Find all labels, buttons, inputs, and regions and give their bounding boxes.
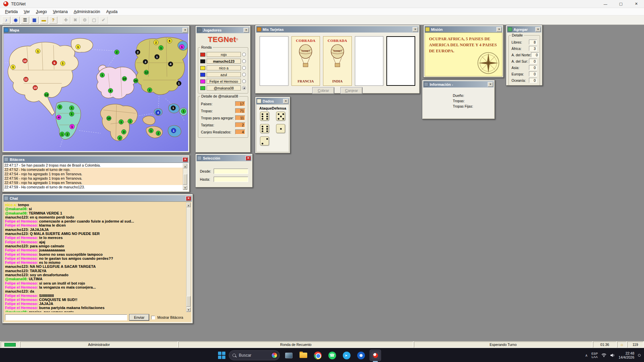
- maximize-button[interactable]: ▢: [613, 0, 629, 8]
- scroll-thumb[interactable]: [183, 174, 187, 185]
- wifi-icon[interactable]: [601, 353, 606, 357]
- add-window-titlebar[interactable]: Agregar ✕: [507, 26, 541, 33]
- player-select-radio[interactable]: [242, 66, 246, 70]
- menu-partida[interactable]: Partida: [2, 9, 21, 15]
- army-marker[interactable]: 2: [147, 87, 152, 92]
- army-marker[interactable]: 2: [114, 50, 119, 54]
- chat-scrollbar[interactable]: ▲ ▼: [186, 202, 191, 312]
- army-marker[interactable]: 4: [56, 115, 61, 120]
- notification-icon[interactable]: [638, 354, 641, 357]
- army-marker[interactable]: 2: [154, 40, 158, 45]
- whatsapp-taskbar-icon[interactable]: ☎: [326, 350, 338, 361]
- save-game-toolbar-button[interactable]: ▦: [30, 16, 39, 24]
- scroll-down-arrow[interactable]: ▼: [183, 185, 187, 190]
- army-marker[interactable]: 2: [65, 132, 70, 136]
- army-marker[interactable]: 1: [36, 49, 40, 53]
- cards-window-titlebar[interactable]: Mis Tarjetas ✕: [256, 26, 419, 33]
- chat-input[interactable]: [5, 314, 127, 320]
- army-marker[interactable]: 3: [57, 105, 62, 109]
- card-slot-5[interactable]: [386, 36, 415, 86]
- army-marker[interactable]: 1: [181, 109, 186, 114]
- army-marker[interactable]: 1: [69, 112, 74, 116]
- army-marker[interactable]: 10: [106, 116, 111, 121]
- selection-window-close-button[interactable]: ✕: [246, 156, 251, 161]
- scroll-track[interactable]: [183, 168, 187, 185]
- log-window-close-button[interactable]: ✕: [182, 157, 188, 162]
- player-select-radio[interactable]: [242, 79, 246, 83]
- tray-chevron-icon[interactable]: ∧: [585, 353, 588, 358]
- info-window-close-button[interactable]: ✕: [488, 82, 493, 87]
- cards-window-close-button[interactable]: ✕: [413, 27, 418, 32]
- player-select-radio[interactable]: [242, 53, 246, 56]
- to-input[interactable]: [214, 177, 248, 182]
- players-window-titlebar[interactable]: Jugadores ✕: [197, 27, 250, 33]
- tegnet-taskbar-icon[interactable]: [370, 350, 381, 361]
- army-marker[interactable]: 2: [156, 131, 161, 135]
- player-select-radio[interactable]: [242, 73, 246, 76]
- player-name[interactable]: nico a: [207, 65, 241, 70]
- player-name[interactable]: Felipe el Hermoso: [207, 79, 241, 84]
- info-window-titlebar[interactable]: Información - ✕: [423, 81, 494, 87]
- army-marker[interactable]: 10: [22, 58, 27, 63]
- minimize-button[interactable]: —: [598, 0, 613, 8]
- army-marker[interactable]: 12: [144, 70, 149, 75]
- scroll-track[interactable]: [186, 207, 191, 307]
- army-marker[interactable]: 1: [70, 124, 74, 129]
- army-marker[interactable]: 6: [167, 39, 172, 43]
- start-button[interactable]: [218, 352, 225, 359]
- player-select-radio[interactable]: [242, 59, 246, 63]
- chrome-taskbar-icon[interactable]: [312, 350, 323, 361]
- world-map-toolbar-button[interactable]: ◉: [11, 16, 20, 24]
- media-taskbar-icon[interactable]: [355, 350, 367, 361]
- army-marker[interactable]: 1: [155, 54, 159, 59]
- army-marker[interactable]: 1: [176, 81, 181, 86]
- log-scrollbar[interactable]: ▲ ▼: [183, 164, 187, 190]
- army-marker[interactable]: 5: [52, 60, 57, 65]
- army-marker[interactable]: 1: [149, 128, 153, 133]
- chat-window-close-button[interactable]: ✕: [186, 196, 191, 201]
- cobrar-button[interactable]: Cobrar: [313, 87, 334, 94]
- army-marker[interactable]: 1: [119, 120, 123, 124]
- clock[interactable]: 22:48 14/4/2026: [619, 351, 634, 360]
- canjear-button[interactable]: Canjear: [341, 87, 362, 94]
- scroll-thumb[interactable]: [186, 296, 191, 307]
- scroll-down-arrow[interactable]: ▼: [186, 307, 191, 312]
- menu-ventana[interactable]: Ventana: [50, 9, 71, 15]
- army-marker[interactable]: 4: [156, 110, 160, 115]
- army-marker[interactable]: 2: [117, 135, 122, 140]
- army-marker[interactable]: 3: [121, 129, 126, 134]
- army-marker[interactable]: 1: [159, 45, 163, 50]
- file-explorer-taskbar-icon[interactable]: [298, 350, 309, 361]
- card-slot-4[interactable]: [355, 36, 384, 86]
- language-indicator[interactable]: ESP LAA: [591, 352, 598, 359]
- map-window-close-button[interactable]: ✕: [182, 28, 188, 33]
- army-marker[interactable]: 13: [44, 92, 49, 97]
- menu-juego[interactable]: Juego: [33, 9, 50, 15]
- players-window-close-button[interactable]: ✕: [244, 28, 249, 33]
- telegram-taskbar-icon[interactable]: ➤: [341, 350, 352, 361]
- army-marker[interactable]: 1: [179, 45, 184, 49]
- player-name[interactable]: @makana08: [207, 85, 241, 90]
- from-input[interactable]: [214, 169, 248, 174]
- send-button[interactable]: Enviar: [129, 314, 149, 320]
- army-marker[interactable]: 1: [171, 106, 175, 110]
- mission-window-close-button[interactable]: ✕: [496, 27, 502, 32]
- army-marker[interactable]: 20: [133, 78, 138, 83]
- mission-window-titlebar[interactable]: Misión ✕: [425, 26, 502, 33]
- cards-toolbar-button[interactable]: ▬: [40, 16, 48, 24]
- log-window-titlebar[interactable]: Bitácora ✕: [3, 156, 189, 163]
- player-select-radio[interactable]: [242, 86, 246, 90]
- show-log-checkbox[interactable]: [151, 316, 155, 319]
- army-marker[interactable]: 3: [143, 59, 148, 64]
- army-marker[interactable]: 1: [60, 61, 65, 66]
- army-marker[interactable]: 2: [136, 50, 140, 54]
- card-slot-3[interactable]: COBRADATEGNETINDIA: [323, 36, 352, 86]
- scroll-up-arrow[interactable]: ▲: [186, 203, 191, 207]
- menu-ver[interactable]: Ver: [21, 9, 33, 15]
- army-marker[interactable]: 9: [108, 88, 113, 93]
- player-name[interactable]: rojo: [207, 52, 241, 57]
- add-window-close-button[interactable]: ✕: [535, 27, 541, 32]
- scroll-up-arrow[interactable]: ▲: [183, 164, 187, 168]
- card-slot-1[interactable]: [260, 36, 288, 86]
- army-marker[interactable]: 1: [171, 128, 176, 133]
